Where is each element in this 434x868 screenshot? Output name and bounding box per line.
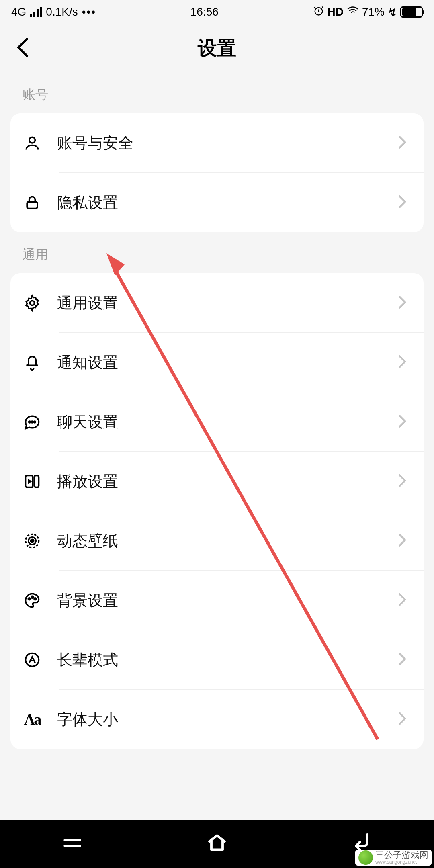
row-label: 隐私设置	[57, 192, 398, 213]
svg-point-1	[29, 137, 35, 143]
row-label: 背景设置	[57, 590, 398, 611]
user-icon	[23, 133, 42, 153]
row-account-security[interactable]: 账号与安全	[10, 113, 424, 173]
network-type: 4G	[11, 6, 26, 18]
page-title: 设置	[198, 35, 236, 61]
chevron-right-icon	[398, 533, 407, 549]
play-icon	[23, 472, 42, 491]
wifi-icon	[347, 5, 359, 20]
status-bar: 4G 0.1K/s ••• 16:56 HD 71% ↯	[0, 0, 434, 24]
svg-rect-2	[27, 202, 37, 209]
chevron-right-icon	[398, 652, 407, 668]
row-label: 动态壁纸	[57, 531, 398, 551]
row-label: 字体大小	[57, 709, 398, 730]
watermark-url: www.sangongzi.net	[375, 860, 428, 865]
row-notification-settings[interactable]: 通知设置	[10, 333, 424, 392]
back-button[interactable]	[16, 38, 31, 59]
battery-percent: 71%	[362, 6, 385, 18]
status-right: HD 71% ↯	[313, 5, 423, 20]
svg-point-3	[30, 301, 35, 305]
row-label: 通用设置	[57, 293, 398, 313]
row-general-settings[interactable]: 通用设置	[10, 273, 424, 333]
row-font-size[interactable]: Aa 字体大小	[10, 690, 424, 749]
more-dots-icon: •••	[82, 6, 96, 18]
hd-icon: HD	[328, 6, 344, 18]
font-size-icon: Aa	[23, 710, 42, 729]
status-left: 4G 0.1K/s •••	[11, 6, 96, 18]
svg-point-14	[31, 596, 33, 598]
chevron-right-icon	[398, 414, 407, 430]
bell-icon	[23, 353, 42, 372]
row-label: 播放设置	[57, 471, 398, 492]
svg-point-13	[28, 598, 30, 600]
watermark: 三公子游戏网 www.sangongzi.net	[355, 850, 432, 866]
chat-icon	[23, 412, 42, 432]
charging-icon: ↯	[388, 6, 397, 19]
palette-icon	[23, 591, 42, 610]
row-elder-mode[interactable]: 长辈模式	[10, 630, 424, 690]
row-label: 通知设置	[57, 352, 398, 373]
row-label: 长辈模式	[57, 650, 398, 670]
section-label-general: 通用	[0, 232, 434, 273]
chevron-right-icon	[398, 194, 407, 211]
card-general: 通用设置 通知设置 聊天设置 播放设置	[10, 273, 424, 749]
row-privacy[interactable]: 隐私设置	[10, 173, 424, 232]
svg-point-6	[34, 421, 36, 423]
chevron-right-icon	[398, 473, 407, 489]
target-icon	[23, 531, 42, 551]
nav-home-icon[interactable]	[206, 832, 228, 856]
chevron-right-icon	[398, 295, 407, 311]
gear-icon	[23, 293, 42, 313]
row-background-settings[interactable]: 背景设置	[10, 571, 424, 630]
svg-point-4	[29, 421, 31, 423]
card-account: 账号与安全 隐私设置	[10, 113, 424, 232]
watermark-text: 三公子游戏网	[375, 850, 428, 860]
row-label: 账号与安全	[57, 133, 398, 154]
clock: 16:56	[190, 6, 219, 18]
watermark-logo-icon	[358, 850, 373, 865]
section-label-account: 账号	[0, 72, 434, 113]
chevron-right-icon	[398, 135, 407, 151]
row-chat-settings[interactable]: 聊天设置	[10, 392, 424, 452]
signal-icon	[30, 7, 42, 17]
svg-point-12	[31, 539, 33, 542]
battery-icon	[400, 6, 423, 18]
chevron-right-icon	[398, 711, 407, 727]
chevron-right-icon	[398, 592, 407, 608]
svg-rect-8	[35, 475, 39, 487]
row-label: 聊天设置	[57, 412, 398, 432]
row-live-wallpaper[interactable]: 动态壁纸	[10, 511, 424, 571]
nav-recent-icon[interactable]	[61, 832, 84, 856]
svg-marker-9	[29, 480, 31, 483]
accessibility-icon	[23, 650, 42, 669]
svg-point-15	[34, 598, 36, 600]
alarm-icon	[313, 5, 324, 19]
svg-point-5	[31, 421, 33, 423]
lock-icon	[23, 193, 42, 212]
chevron-right-icon	[398, 354, 407, 371]
page-header: 设置	[0, 24, 434, 72]
row-playback-settings[interactable]: 播放设置	[10, 452, 424, 511]
network-speed: 0.1K/s	[46, 6, 78, 18]
